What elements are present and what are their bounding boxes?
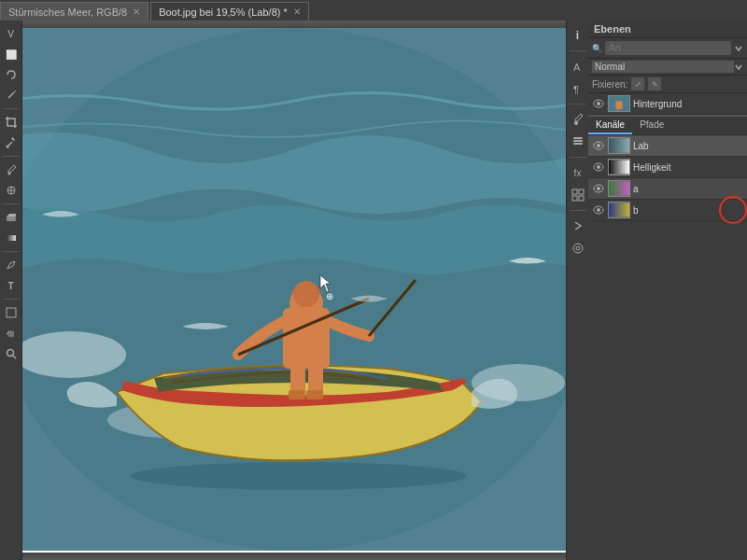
- channel-name-helligkeit: Helligkeit: [633, 162, 743, 173]
- svg-text:⊕: ⊕: [326, 291, 333, 301]
- toolbar-separator-5: [3, 299, 20, 300]
- tab-label-active: Boot.jpg bei 19,5% (Lab/8) *: [159, 7, 288, 18]
- tool-eyedropper[interactable]: [2, 133, 21, 152]
- svg-rect-56: [609, 161, 629, 175]
- svg-point-61: [597, 208, 600, 212]
- search-input[interactable]: [605, 41, 731, 55]
- tool-clone[interactable]: [2, 181, 21, 200]
- channel-b[interactable]: b: [588, 200, 747, 221]
- tab-kanaele[interactable]: Kanäle: [588, 117, 632, 134]
- svg-rect-25: [289, 390, 305, 399]
- toolbar-separator-2: [3, 156, 20, 157]
- fix-brush-icon[interactable]: ✎: [648, 77, 661, 91]
- channel-eye-helligkeit[interactable]: [592, 161, 605, 174]
- channel-thumb-b: [608, 202, 630, 218]
- dropdown-icon[interactable]: [734, 44, 743, 53]
- svg-rect-59: [609, 182, 629, 196]
- svg-rect-39: [573, 137, 583, 139]
- canvas-area[interactable]: ⊕: [22, 21, 566, 560]
- svg-point-51: [597, 144, 600, 147]
- tool-crop[interactable]: [2, 113, 21, 132]
- svg-point-22: [131, 462, 467, 490]
- svg-rect-26: [306, 390, 323, 399]
- paragraph-icon[interactable]: ¶: [569, 79, 587, 98]
- tool-move[interactable]: V: [2, 24, 21, 43]
- layer-name: Hintergrund: [633, 99, 743, 109]
- svg-rect-41: [579, 189, 584, 194]
- character-icon[interactable]: A: [569, 57, 587, 76]
- info-icon[interactable]: i: [569, 26, 587, 45]
- channel-a[interactable]: a: [588, 178, 747, 200]
- search-icon: 🔍: [592, 44, 602, 53]
- svg-rect-12: [7, 308, 16, 317]
- layer-visibility-icon[interactable]: [592, 97, 605, 110]
- tool-hand[interactable]: [2, 324, 21, 343]
- arrow-icon[interactable]: [569, 217, 587, 235]
- tab-close-active-icon[interactable]: ✕: [293, 7, 301, 17]
- svg-point-5: [7, 173, 10, 175]
- brush-icon[interactable]: [569, 110, 587, 129]
- tool-wand[interactable]: [2, 86, 21, 105]
- icon-sep-3: [570, 157, 586, 158]
- fix-move-icon[interactable]: ⤢: [631, 77, 644, 91]
- svg-marker-10: [7, 214, 16, 217]
- tool-eraser[interactable]: [2, 208, 21, 227]
- channels-tab-row: Kanäle Pfade: [588, 117, 747, 135]
- icon-sep-1: [570, 50, 586, 51]
- svg-point-44: [573, 244, 583, 253]
- icon-sep-4: [570, 210, 586, 211]
- channel-lab[interactable]: Lab: [588, 135, 747, 157]
- layer-item[interactable]: Hintergrund: [588, 93, 747, 115]
- channel-eye-lab[interactable]: [592, 139, 605, 152]
- layers-section: Ebenen 🔍 Normal Fixieren: ⤢ ✎: [588, 21, 747, 560]
- tool-marquee[interactable]: ⬜: [2, 45, 21, 63]
- svg-point-36: [574, 121, 578, 125]
- tab-boot-jpg[interactable]: Boot.jpg bei 19,5% (Lab/8) * ✕: [150, 2, 309, 21]
- channel-helligkeit[interactable]: Helligkeit: [588, 157, 747, 178]
- channel-name-b: b: [633, 205, 743, 216]
- tab-stürmisches-meer[interactable]: Stürmisches Meer, RGB/8 ✕: [0, 2, 148, 21]
- tool-text[interactable]: T: [2, 276, 21, 295]
- tab-close-icon[interactable]: ✕: [133, 7, 140, 17]
- tool-gradient[interactable]: [2, 229, 21, 247]
- toolbar-separator-3: [3, 203, 20, 204]
- channel-eye-b[interactable]: [592, 203, 605, 217]
- svg-rect-62: [609, 203, 629, 217]
- svg-point-47: [597, 102, 600, 105]
- tool-brush[interactable]: [2, 161, 21, 179]
- main-area: V ⬜ T: [0, 21, 747, 560]
- svg-text:¶: ¶: [573, 84, 579, 95]
- svg-point-4: [6, 146, 8, 148]
- panel-container: i A ¶ fx: [566, 21, 747, 560]
- layers-panel-title: Ebenen: [588, 21, 747, 38]
- svg-rect-40: [572, 189, 577, 194]
- channel-thumb-helligkeit: [608, 159, 630, 175]
- blend-mode-select[interactable]: Normal: [592, 61, 734, 73]
- icon-sep-2: [570, 104, 586, 105]
- channel-eye-a[interactable]: [592, 182, 605, 195]
- svg-point-58: [597, 187, 600, 190]
- channel-name-lab: Lab: [633, 141, 743, 151]
- tool-shape[interactable]: [2, 303, 21, 322]
- channel-thumb-a: [608, 180, 630, 197]
- channels-section: Kanäle Pfade Lab: [588, 115, 747, 221]
- tool-zoom[interactable]: [2, 344, 21, 363]
- photo-canvas: ⊕: [22, 28, 566, 551]
- tool-pen[interactable]: [2, 256, 21, 274]
- blend-mode-row: Normal: [588, 59, 747, 76]
- svg-rect-43: [579, 196, 584, 201]
- tool-lasso[interactable]: [2, 65, 21, 84]
- svg-line-14: [13, 356, 16, 358]
- svg-point-45: [576, 246, 580, 250]
- toolbar-separator-1: [3, 108, 20, 109]
- svg-rect-42: [572, 196, 577, 201]
- svg-rect-11: [7, 235, 16, 241]
- layers-icon[interactable]: [569, 133, 587, 151]
- grid-icon[interactable]: [569, 186, 587, 204]
- svg-rect-38: [573, 140, 583, 142]
- tab-pfade[interactable]: Pfade: [632, 117, 671, 134]
- blend-dropdown-icon: [734, 63, 743, 72]
- target-icon[interactable]: [569, 239, 587, 258]
- search-bar: 🔍: [588, 38, 747, 59]
- fx-icon[interactable]: fx: [569, 163, 587, 182]
